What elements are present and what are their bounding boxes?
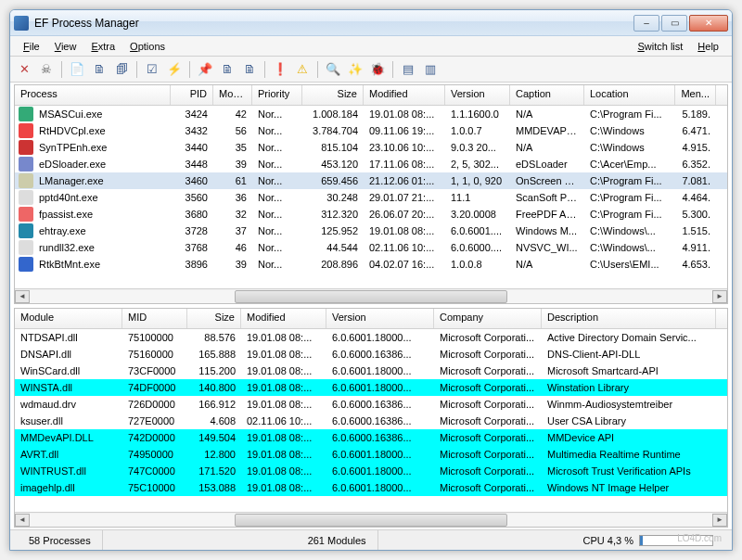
col-company[interactable]: Company (434, 309, 542, 328)
magnifier-button[interactable]: 🔍 (323, 59, 343, 80)
layout-2-icon: ▥ (423, 62, 438, 77)
process-hscroll[interactable]: ◄ ► (15, 288, 727, 303)
cell: 6.352. (675, 158, 716, 171)
menu-options[interactable]: Options (122, 39, 173, 54)
col-caption[interactable]: Caption (510, 85, 584, 105)
table-row[interactable]: MSASCui.exe342442Nor...1.008.18419.01.08… (15, 106, 727, 122)
cell: 1.1.1600.0 (445, 108, 510, 121)
col-version[interactable]: Version (445, 85, 510, 105)
menu-file[interactable]: File (16, 39, 47, 54)
table-row[interactable]: ksuser.dll727E00004.60802.11.06 10:...6.… (15, 413, 727, 429)
scroll-thumb[interactable] (235, 290, 507, 303)
cell: 208.896 (302, 258, 364, 271)
skull-button[interactable]: ☠ (36, 59, 57, 80)
col-mid[interactable]: MID (122, 309, 187, 328)
col-modified[interactable]: Modified (364, 85, 445, 105)
cell: 6.0.6001.18000... (326, 364, 434, 377)
cell: Microsoft Smartcard-API (542, 364, 716, 377)
menu-view[interactable]: View (47, 39, 84, 54)
col-priority[interactable]: Priority (252, 85, 302, 105)
lightning-button[interactable]: ⚡ (164, 59, 185, 80)
checkbox-button[interactable]: ☑ (142, 59, 162, 80)
module-hscroll[interactable]: ◄ ► (15, 512, 727, 527)
col-pid[interactable]: PID (171, 85, 213, 105)
col-module[interactable]: Module (15, 309, 122, 328)
doc-refresh-button[interactable]: 🗎 (239, 59, 260, 80)
page-refresh-button[interactable]: 🗎 (89, 59, 109, 80)
col-process[interactable]: Process (15, 85, 171, 105)
col-modified[interactable]: Modified (241, 309, 326, 328)
pin-button[interactable]: 📌 (195, 59, 215, 80)
table-row[interactable]: RtkBtMnt.exe389639Nor...208.89604.02.07 … (15, 256, 727, 273)
col-mod[interactable]: Mod... (213, 85, 252, 105)
page-find-button[interactable]: 🗐 (111, 59, 132, 80)
cell: 11.1 (445, 191, 510, 204)
cell: C:\Users\EMI... (584, 258, 675, 271)
menu-help[interactable]: Help (690, 39, 726, 54)
close-button[interactable]: ✕ (689, 15, 728, 32)
bug-button[interactable]: 🐞 (367, 59, 388, 80)
col-men[interactable]: Men... (675, 85, 716, 105)
cell: 166.912 (187, 398, 241, 411)
table-row[interactable]: WinSCard.dll73CF0000115.20019.01.08 08:.… (15, 363, 727, 379)
cell: eDSLoader (510, 158, 584, 171)
cell: Microsoft Trust Verification APIs (542, 465, 716, 477)
process-grid[interactable]: MSASCui.exe342442Nor...1.008.18419.01.08… (15, 106, 727, 288)
pin-icon: 📌 (198, 62, 212, 77)
doc-plus-button[interactable]: 🗎 (217, 59, 237, 80)
document-button[interactable]: 📄 (67, 59, 87, 80)
table-row[interactable]: NTDSAPI.dll7510000088.57619.01.08 08:...… (15, 329, 727, 346)
table-row[interactable]: wdmaud.drv726D0000166.91219.01.08 08:...… (15, 396, 727, 413)
table-row[interactable]: rundll32.exe376846Nor...44.54402.11.06 1… (15, 239, 727, 256)
table-row[interactable]: DNSAPI.dll75160000165.88819.01.08 08:...… (15, 346, 727, 363)
cell: C:\Windows\... (584, 241, 675, 254)
scroll-right-icon[interactable]: ► (712, 514, 727, 527)
table-row[interactable]: MMDevAPI.DLL742D0000149.50419.01.08 08:.… (15, 429, 727, 446)
cell: 19.01.08 08:... (241, 381, 326, 394)
table-row[interactable]: ehtray.exe372837Nor...125.95219.01.08 08… (15, 223, 727, 239)
table-row[interactable]: RtHDVCpl.exe343256Nor...3.784.70409.11.0… (15, 122, 727, 139)
table-row[interactable]: pptd40nt.exe356036Nor...30.24829.01.07 2… (15, 189, 727, 206)
scroll-thumb[interactable] (235, 514, 507, 527)
table-row[interactable]: WINSTA.dll74DF0000140.80019.01.08 08:...… (15, 379, 727, 396)
col-description[interactable]: Description (542, 309, 716, 328)
table-row[interactable]: eDSloader.exe344839Nor...453.12017.11.06… (15, 156, 727, 172)
col-location[interactable]: Location (584, 85, 675, 105)
cell: N/A (510, 141, 584, 154)
cell: SynTPEnh.exe (33, 141, 171, 154)
layout-1-button[interactable]: ▤ (398, 59, 418, 80)
wand-button[interactable]: ✨ (345, 59, 365, 80)
cell: Winmm-Audiosystemtreiber (542, 398, 716, 411)
titlebar[interactable]: EF Process Manager – ▭ ✕ (10, 10, 732, 36)
scroll-left-icon[interactable]: ◄ (15, 514, 30, 527)
cell: 6.0.6001.18000... (326, 465, 434, 477)
table-row[interactable]: fpassist.exe368032Nor...312.32026.06.07 … (15, 206, 727, 223)
menu-switch-list[interactable]: Switch list (630, 39, 690, 54)
cell: 2, 5, 302... (445, 158, 510, 171)
cell: 21.12.06 01:... (364, 174, 445, 187)
cell: WinSCard.dll (15, 364, 122, 377)
scroll-right-icon[interactable]: ► (712, 290, 727, 303)
col-size[interactable]: Size (302, 85, 364, 105)
maximize-button[interactable]: ▭ (661, 15, 687, 32)
table-row[interactable]: SynTPEnh.exe344035Nor...815.10423.10.06 … (15, 139, 727, 156)
col-size[interactable]: Size (187, 309, 241, 328)
scroll-left-icon[interactable]: ◄ (15, 290, 30, 303)
warning-button[interactable]: ⚠ (292, 59, 313, 80)
module-grid[interactable]: NTDSAPI.dll7510000088.57619.01.08 08:...… (15, 329, 727, 512)
layout-2-button[interactable]: ▥ (420, 59, 441, 80)
minimize-button[interactable]: – (633, 15, 659, 32)
table-row[interactable]: WINTRUST.dll747C0000171.52019.01.08 08:.… (15, 463, 727, 479)
table-row[interactable]: AVRT.dll7495000012.80019.01.08 08:...6.0… (15, 446, 727, 463)
cell: Nor... (252, 241, 302, 254)
lightning-icon: ⚡ (167, 62, 182, 77)
menu-extra[interactable]: Extra (83, 39, 122, 54)
content-panes: ProcessPIDMod...PrioritySizeModifiedVers… (10, 83, 732, 529)
cell: 140.800 (187, 381, 241, 394)
table-row[interactable]: imagehlp.dll75C10000153.08819.01.08 08:.… (15, 479, 727, 496)
close-x-button[interactable]: ✕ (14, 59, 34, 80)
cell: 19.01.08 08:... (241, 398, 326, 411)
col-version[interactable]: Version (326, 309, 434, 328)
table-row[interactable]: LManager.exe346061Nor...659.45621.12.06 … (15, 172, 727, 189)
exclaim-button[interactable]: ❗ (270, 59, 290, 80)
